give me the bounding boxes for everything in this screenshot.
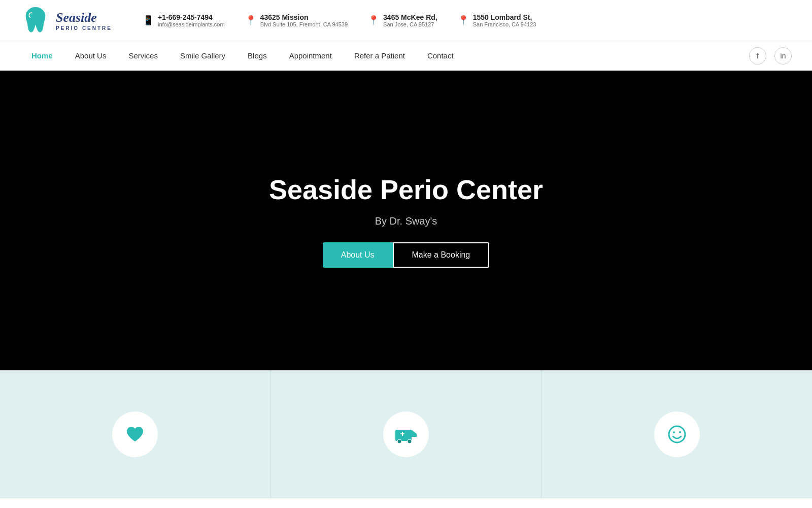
nav-contact[interactable]: Contact — [416, 41, 465, 71]
location1-sub: Blvd Suite 105, Fremont, CA 94539 — [260, 21, 348, 27]
heart-icon-circle — [112, 411, 158, 457]
svg-point-7 — [673, 431, 675, 433]
location3-icon: 📍 — [458, 15, 469, 26]
hero-section: Seaside Perio Center By Dr. Sway's About… — [0, 71, 812, 370]
hero-title: Seaside Perio Center — [269, 174, 543, 205]
phone-contact[interactable]: 📱 +1-669-245-7494 info@seasideimplants.c… — [143, 13, 225, 27]
location3: 📍 1550 Lombard St, San Francisco, CA 941… — [458, 13, 536, 27]
bottom-col-3 — [542, 370, 812, 498]
nav-services[interactable]: Services — [117, 41, 169, 71]
location2: 📍 3465 McKee Rd, San Jose, CA 95127 — [368, 13, 437, 27]
location2-name: 3465 McKee Rd, — [383, 13, 437, 21]
nav-home[interactable]: Home — [20, 41, 64, 71]
hero-subtitle: By Dr. Sway's — [375, 215, 437, 227]
hero-buttons: About Us Make a Booking — [323, 242, 490, 268]
smile-icon — [667, 424, 687, 444]
svg-point-8 — [679, 431, 681, 433]
bottom-col-2 — [271, 370, 542, 498]
logo[interactable]: Seaside PERIO CENTRE — [20, 5, 112, 36]
svg-rect-5 — [400, 433, 404, 434]
linkedin-icon[interactable]: in — [774, 47, 792, 65]
social-icons: f in — [749, 47, 792, 65]
logo-name: Seaside — [56, 10, 112, 25]
email: info@seasideimplants.com — [158, 21, 225, 27]
location3-sub: San Francisco, CA 94123 — [473, 21, 536, 27]
navbar: Home About Us Services Smile Gallery Blo… — [0, 41, 812, 71]
nav-links: Home About Us Services Smile Gallery Blo… — [20, 41, 749, 71]
location1-icon: 📍 — [245, 15, 256, 26]
top-bar: Seaside PERIO CENTRE 📱 +1-669-245-7494 i… — [0, 0, 812, 41]
ambulance-icon — [394, 425, 418, 444]
location3-name: 1550 Lombard St, — [473, 13, 536, 21]
facebook-icon[interactable]: f — [749, 47, 766, 65]
bottom-section — [0, 370, 812, 498]
location2-sub: San Jose, CA 95127 — [383, 21, 437, 27]
heart-icon — [125, 424, 145, 444]
logo-icon — [20, 5, 51, 36]
smile-icon-circle — [654, 411, 700, 457]
nav-about[interactable]: About Us — [64, 41, 118, 71]
location1-name: 43625 Mission — [260, 13, 348, 21]
svg-point-3 — [408, 439, 412, 443]
nav-refer[interactable]: Refer a Patient — [343, 41, 416, 71]
svg-marker-1 — [412, 430, 417, 437]
ambulance-icon-circle — [383, 411, 429, 457]
contact-items: 📱 +1-669-245-7494 info@seasideimplants.c… — [143, 13, 792, 27]
svg-point-2 — [397, 439, 401, 443]
svg-point-6 — [669, 426, 685, 442]
bottom-col-1 — [0, 370, 271, 498]
phone-number: +1-669-245-7494 — [158, 13, 225, 21]
location1: 📍 43625 Mission Blvd Suite 105, Fremont,… — [245, 13, 348, 27]
nav-appointment[interactable]: Appointment — [278, 41, 343, 71]
logo-subtitle: PERIO CENTRE — [56, 25, 112, 31]
nav-smile-gallery[interactable]: Smile Gallery — [169, 41, 236, 71]
nav-blogs[interactable]: Blogs — [236, 41, 278, 71]
location2-icon: 📍 — [368, 15, 379, 26]
about-us-button[interactable]: About Us — [323, 242, 393, 268]
phone-icon: 📱 — [143, 15, 154, 26]
make-booking-button[interactable]: Make a Booking — [393, 242, 490, 268]
